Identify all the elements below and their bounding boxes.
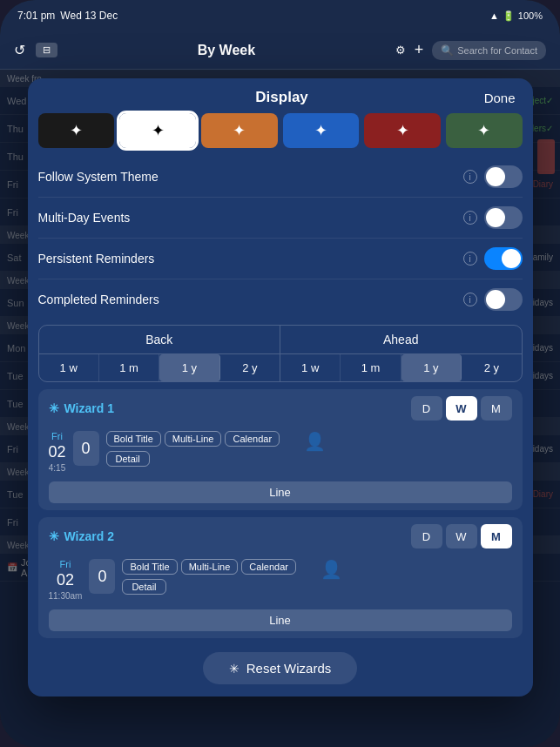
persistent-info[interactable]: i: [463, 252, 477, 266]
status-bar: 7:01 pm Wed 13 Dec ▲ 🔋 100%: [0, 0, 560, 31]
search-placeholder: Search for Contact: [457, 45, 537, 56]
settings-row-completed: Completed Reminders i: [38, 279, 523, 320]
back-opt-1y[interactable]: 1 y: [159, 354, 219, 381]
follow-theme-info[interactable]: i: [463, 170, 477, 184]
wizard2-title-text: Wizard 2: [64, 529, 114, 543]
wizard1-number: 0: [73, 431, 99, 466]
wizard2-m-btn[interactable]: M: [481, 524, 512, 548]
wizard1-header: ✳ Wizard 1 D W M: [38, 389, 523, 427]
wizard1-tag-bold[interactable]: Bold Title: [106, 431, 161, 447]
persistent-text: Persistent Reminders: [38, 252, 155, 266]
wizard1-w-btn[interactable]: W: [446, 396, 477, 421]
add-icon[interactable]: +: [415, 41, 424, 59]
wizard1-line-text: Line: [269, 486, 291, 499]
wizard1-tag-row1: Bold Title Multi-Line Calendar: [106, 431, 280, 447]
ahead-opt-1y[interactable]: 1 y: [401, 354, 462, 381]
wizard2-tag-row1: Bold Title Multi-Line Calendar: [122, 559, 296, 575]
wizard2-d-btn[interactable]: D: [411, 524, 442, 548]
theme-star-green: ✦: [477, 121, 490, 140]
nav-right: ⚙ + 🔍 Search for Contact: [395, 41, 546, 60]
reset-wizards-button[interactable]: ✳ Reset Wizards: [203, 652, 358, 684]
back-ahead-header: Back Ahead: [39, 326, 522, 353]
wizard1-title: ✳ Wizard 1: [49, 401, 114, 415]
wizard1-sparkle-icon: ✳: [49, 401, 59, 415]
back-opt-1m[interactable]: 1 m: [99, 354, 159, 381]
theme-btn-orange[interactable]: ✦: [201, 113, 278, 148]
wizard1-m-btn[interactable]: M: [481, 396, 512, 421]
back-options: 1 w 1 m 1 y 2 y: [39, 354, 281, 381]
wizard1-tags: Bold Title Multi-Line Calendar Detail: [106, 431, 280, 466]
follow-theme-toggle[interactable]: [484, 165, 523, 188]
settings-row-follow-theme: Follow System Theme i: [38, 157, 523, 198]
status-left: 7:01 pm Wed 13 Dec: [17, 10, 118, 22]
completed-toggle[interactable]: [484, 288, 523, 311]
theme-btn-red[interactable]: ✦: [364, 113, 441, 148]
wizard2-day-block: Fri 02 11:30am: [49, 559, 83, 601]
completed-info[interactable]: i: [463, 293, 477, 306]
back-opt-1w[interactable]: 1 w: [39, 354, 99, 381]
back-label: Back: [39, 326, 281, 353]
back-ahead-section: Back Ahead 1 w 1 m 1 y 2 y 1 w 1 m 1 y 2…: [38, 325, 523, 382]
multiday-text: Multi-Day Events: [38, 211, 131, 225]
theme-btn-white[interactable]: ✦: [119, 113, 196, 148]
back-opt-2y[interactable]: 2 y: [220, 354, 280, 381]
theme-btn-black[interactable]: ✦: [38, 113, 115, 148]
settings-row-multiday: Multi-Day Events i: [38, 198, 523, 239]
wizard1-dmw: D W M: [411, 396, 512, 421]
wizard1-detail-row: Detail: [106, 450, 280, 466]
theme-btn-green[interactable]: ✦: [446, 113, 523, 148]
multiday-toggle[interactable]: [484, 206, 523, 229]
wizard1-day-num: 02: [49, 443, 66, 461]
wizard1-tag-multiline[interactable]: Multi-Line: [165, 431, 222, 447]
modal-panel: Display Done ✦ ✦ ✦ ✦ ✦: [28, 78, 533, 697]
edit-icon[interactable]: ⊟: [36, 43, 57, 57]
nav-left: ↺ ⊟: [14, 42, 57, 58]
wizard1-d-btn[interactable]: D: [411, 396, 442, 421]
wizard2-tags: Bold Title Multi-Line Calendar Detail: [122, 559, 296, 594]
wizard1-line[interactable]: Line: [49, 481, 512, 503]
wizard2-title: ✳ Wizard 2: [49, 529, 114, 543]
wizard1-detail[interactable]: Detail: [106, 451, 150, 467]
modal-title: Display: [80, 89, 484, 106]
wizard2-tag-multiline[interactable]: Multi-Line: [181, 559, 239, 575]
wizard1-time: 4:15: [49, 463, 65, 473]
ipad-frame: 7:01 pm Wed 13 Dec ▲ 🔋 100% ↺ ⊟ By Week …: [0, 0, 560, 747]
wizard2-dmw: D W M: [411, 524, 512, 548]
wizard1-person-icon: 👤: [304, 431, 326, 452]
nav-title: By Week: [198, 43, 255, 58]
modal-overlay: Display Done ✦ ✦ ✦ ✦ ✦: [0, 70, 560, 747]
completed-label: Completed Reminders: [38, 293, 159, 306]
modal-header: Display Done: [28, 78, 533, 113]
theme-star-black: ✦: [70, 121, 83, 140]
wizard2-day-label: Fri: [60, 559, 71, 569]
ahead-opt-2y[interactable]: 2 y: [462, 354, 521, 381]
wizard2-detail[interactable]: Detail: [122, 579, 165, 595]
done-button[interactable]: Done: [484, 91, 516, 105]
wizard2-w-btn[interactable]: W: [446, 524, 477, 548]
wizard2-tag-calendar[interactable]: Calendar: [241, 559, 296, 575]
persistent-toggle[interactable]: [484, 247, 523, 270]
search-bar[interactable]: 🔍 Search for Contact: [432, 41, 546, 60]
wizard2-line-text: Line: [269, 614, 291, 627]
theme-btn-blue[interactable]: ✦: [283, 113, 360, 148]
wizard2-number: 0: [89, 559, 115, 594]
completed-text: Completed Reminders: [38, 293, 159, 306]
wand-icon[interactable]: ⚙: [395, 44, 406, 57]
wizard2-tag-bold[interactable]: Bold Title: [122, 559, 177, 575]
theme-star-blue: ✦: [314, 121, 327, 140]
battery-level: 100%: [518, 10, 543, 21]
refresh-icon[interactable]: ↺: [14, 42, 25, 58]
theme-star-red: ✦: [396, 121, 409, 140]
multiday-label: Multi-Day Events: [38, 211, 131, 225]
reset-icon: ✳: [229, 662, 240, 676]
ahead-opt-1w[interactable]: 1 w: [280, 354, 341, 381]
wizard2-sparkle-icon: ✳: [49, 529, 59, 543]
follow-theme-text: Follow System Theme: [38, 170, 159, 184]
wizard1-tag-calendar[interactable]: Calendar: [225, 431, 280, 447]
wizard2-line[interactable]: Line: [49, 609, 512, 631]
wizard2-header: ✳ Wizard 2 D W M: [38, 517, 523, 555]
multiday-info[interactable]: i: [463, 211, 477, 225]
theme-star-white: ✦: [152, 121, 165, 140]
back-ahead-options: 1 w 1 m 1 y 2 y 1 w 1 m 1 y 2 y: [39, 353, 522, 381]
ahead-opt-1m[interactable]: 1 m: [341, 354, 401, 381]
